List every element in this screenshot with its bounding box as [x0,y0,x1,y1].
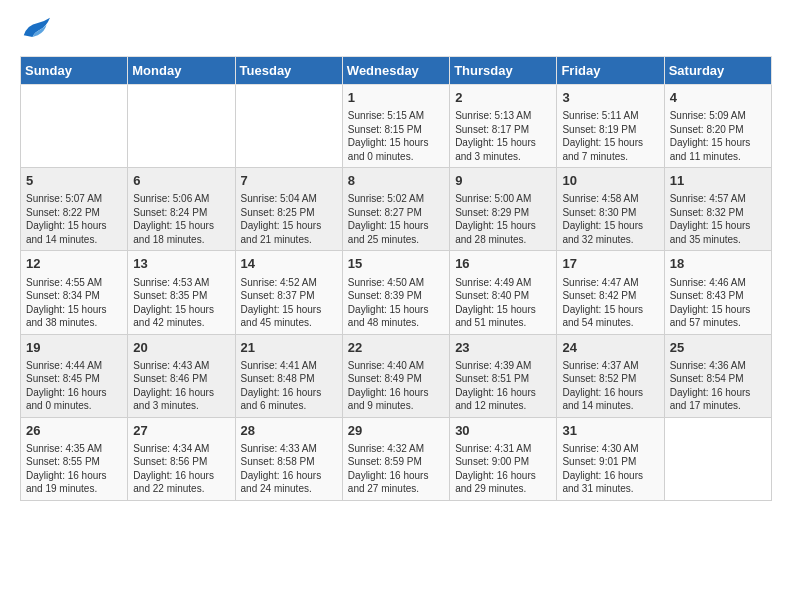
daylight-text: Daylight: 15 hours and 45 minutes. [241,303,337,330]
sunset-text: Sunset: 8:55 PM [26,455,122,469]
day-number: 21 [241,339,337,357]
sunrise-text: Sunrise: 4:43 AM [133,359,229,373]
calendar-day-cell: 16Sunrise: 4:49 AMSunset: 8:40 PMDayligh… [450,251,557,334]
daylight-text: Daylight: 15 hours and 51 minutes. [455,303,551,330]
sunset-text: Sunset: 8:48 PM [241,372,337,386]
sunrise-text: Sunrise: 5:06 AM [133,192,229,206]
calendar-day-cell: 5Sunrise: 5:07 AMSunset: 8:22 PMDaylight… [21,168,128,251]
daylight-text: Daylight: 15 hours and 57 minutes. [670,303,766,330]
sunrise-text: Sunrise: 5:04 AM [241,192,337,206]
day-number: 5 [26,172,122,190]
day-number: 27 [133,422,229,440]
daylight-text: Daylight: 16 hours and 19 minutes. [26,469,122,496]
calendar-day-cell: 25Sunrise: 4:36 AMSunset: 8:54 PMDayligh… [664,334,771,417]
page-header [20,16,772,44]
day-of-week-header: Friday [557,57,664,85]
daylight-text: Daylight: 15 hours and 11 minutes. [670,136,766,163]
calendar-day-cell: 17Sunrise: 4:47 AMSunset: 8:42 PMDayligh… [557,251,664,334]
calendar-week-row: 1Sunrise: 5:15 AMSunset: 8:15 PMDaylight… [21,85,772,168]
day-number: 23 [455,339,551,357]
day-number: 22 [348,339,444,357]
calendar-day-cell: 22Sunrise: 4:40 AMSunset: 8:49 PMDayligh… [342,334,449,417]
day-number: 15 [348,255,444,273]
sunrise-text: Sunrise: 4:50 AM [348,276,444,290]
sunrise-text: Sunrise: 4:44 AM [26,359,122,373]
day-number: 6 [133,172,229,190]
sunrise-text: Sunrise: 4:35 AM [26,442,122,456]
calendar-day-cell [664,417,771,500]
sunrise-text: Sunrise: 4:52 AM [241,276,337,290]
sunset-text: Sunset: 8:30 PM [562,206,658,220]
sunrise-text: Sunrise: 4:49 AM [455,276,551,290]
daylight-text: Daylight: 16 hours and 29 minutes. [455,469,551,496]
day-number: 26 [26,422,122,440]
day-number: 9 [455,172,551,190]
daylight-text: Daylight: 16 hours and 22 minutes. [133,469,229,496]
calendar-day-cell: 15Sunrise: 4:50 AMSunset: 8:39 PMDayligh… [342,251,449,334]
day-number: 8 [348,172,444,190]
daylight-text: Daylight: 15 hours and 7 minutes. [562,136,658,163]
sunrise-text: Sunrise: 4:31 AM [455,442,551,456]
sunrise-text: Sunrise: 5:09 AM [670,109,766,123]
day-of-week-header: Tuesday [235,57,342,85]
daylight-text: Daylight: 16 hours and 14 minutes. [562,386,658,413]
day-of-week-header: Thursday [450,57,557,85]
daylight-text: Daylight: 15 hours and 48 minutes. [348,303,444,330]
sunrise-text: Sunrise: 5:11 AM [562,109,658,123]
sunrise-text: Sunrise: 4:47 AM [562,276,658,290]
sunrise-text: Sunrise: 4:40 AM [348,359,444,373]
day-of-week-header: Wednesday [342,57,449,85]
calendar-day-cell [235,85,342,168]
calendar-header-row: SundayMondayTuesdayWednesdayThursdayFrid… [21,57,772,85]
calendar-day-cell: 21Sunrise: 4:41 AMSunset: 8:48 PMDayligh… [235,334,342,417]
daylight-text: Daylight: 16 hours and 17 minutes. [670,386,766,413]
day-number: 13 [133,255,229,273]
day-number: 7 [241,172,337,190]
sunset-text: Sunset: 8:17 PM [455,123,551,137]
calendar-table: SundayMondayTuesdayWednesdayThursdayFrid… [20,56,772,501]
logo-icon [20,16,52,44]
sunset-text: Sunset: 8:40 PM [455,289,551,303]
sunset-text: Sunset: 8:39 PM [348,289,444,303]
sunset-text: Sunset: 8:43 PM [670,289,766,303]
day-number: 25 [670,339,766,357]
sunset-text: Sunset: 8:51 PM [455,372,551,386]
calendar-week-row: 12Sunrise: 4:55 AMSunset: 8:34 PMDayligh… [21,251,772,334]
day-number: 11 [670,172,766,190]
calendar-day-cell: 20Sunrise: 4:43 AMSunset: 8:46 PMDayligh… [128,334,235,417]
sunset-text: Sunset: 8:32 PM [670,206,766,220]
sunset-text: Sunset: 8:37 PM [241,289,337,303]
sunset-text: Sunset: 8:58 PM [241,455,337,469]
calendar-day-cell: 7Sunrise: 5:04 AMSunset: 8:25 PMDaylight… [235,168,342,251]
day-number: 20 [133,339,229,357]
day-of-week-header: Saturday [664,57,771,85]
sunrise-text: Sunrise: 4:46 AM [670,276,766,290]
day-number: 12 [26,255,122,273]
day-of-week-header: Sunday [21,57,128,85]
sunrise-text: Sunrise: 4:33 AM [241,442,337,456]
calendar-week-row: 5Sunrise: 5:07 AMSunset: 8:22 PMDaylight… [21,168,772,251]
sunset-text: Sunset: 8:45 PM [26,372,122,386]
daylight-text: Daylight: 15 hours and 32 minutes. [562,219,658,246]
calendar-day-cell: 29Sunrise: 4:32 AMSunset: 8:59 PMDayligh… [342,417,449,500]
sunset-text: Sunset: 8:24 PM [133,206,229,220]
day-number: 4 [670,89,766,107]
day-number: 16 [455,255,551,273]
sunset-text: Sunset: 8:27 PM [348,206,444,220]
sunrise-text: Sunrise: 4:55 AM [26,276,122,290]
calendar-day-cell: 12Sunrise: 4:55 AMSunset: 8:34 PMDayligh… [21,251,128,334]
sunrise-text: Sunrise: 4:34 AM [133,442,229,456]
calendar-day-cell: 9Sunrise: 5:00 AMSunset: 8:29 PMDaylight… [450,168,557,251]
calendar-day-cell: 19Sunrise: 4:44 AMSunset: 8:45 PMDayligh… [21,334,128,417]
sunset-text: Sunset: 9:01 PM [562,455,658,469]
calendar-day-cell: 13Sunrise: 4:53 AMSunset: 8:35 PMDayligh… [128,251,235,334]
daylight-text: Daylight: 15 hours and 42 minutes. [133,303,229,330]
sunset-text: Sunset: 8:49 PM [348,372,444,386]
sunrise-text: Sunrise: 5:02 AM [348,192,444,206]
day-number: 17 [562,255,658,273]
sunrise-text: Sunrise: 5:07 AM [26,192,122,206]
day-of-week-header: Monday [128,57,235,85]
calendar-day-cell: 8Sunrise: 5:02 AMSunset: 8:27 PMDaylight… [342,168,449,251]
daylight-text: Daylight: 15 hours and 28 minutes. [455,219,551,246]
daylight-text: Daylight: 16 hours and 31 minutes. [562,469,658,496]
